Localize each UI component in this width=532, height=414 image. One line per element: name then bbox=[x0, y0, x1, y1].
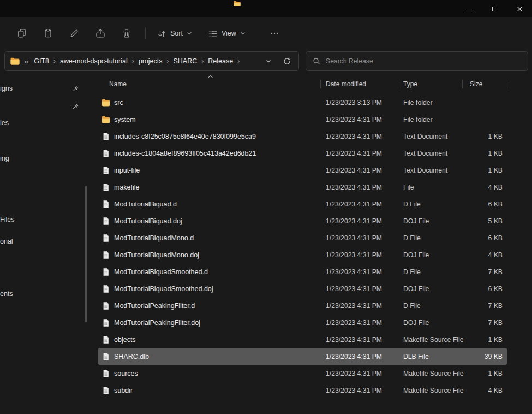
search-box[interactable] bbox=[306, 51, 528, 71]
file-row[interactable]: ModTutorialBiquadSmoothed.d 1/23/2023 4:… bbox=[98, 263, 507, 280]
file-name-cell: objects bbox=[98, 335, 320, 344]
maximize-button[interactable] bbox=[482, 0, 507, 17]
sidebar-item[interactable] bbox=[0, 99, 92, 113]
file-row[interactable]: src 1/23/2023 3:13 PM File folder bbox=[98, 94, 507, 111]
sidebar-item[interactable]: Files bbox=[0, 213, 92, 226]
file-size: 4 KB bbox=[462, 184, 507, 191]
breadcrumb-item[interactable]: awe-mod-dspc-tutorial bbox=[56, 57, 131, 65]
breadcrumb: GIT8 › awe-mod-dspc-tutorial › projects … bbox=[30, 57, 240, 65]
file-row[interactable]: includes-c8f25c0875e8f64e40e7830f099e5ca… bbox=[98, 128, 507, 145]
file-row[interactable]: system 1/23/2023 4:31 PM File folder bbox=[98, 111, 507, 128]
sort-icon bbox=[157, 29, 166, 38]
breadcrumb-item[interactable]: GIT8 bbox=[30, 57, 53, 65]
breadcrumb-overflow-icon[interactable]: « bbox=[25, 57, 28, 66]
file-size: 7 KB bbox=[462, 319, 507, 327]
file-name-cell: src bbox=[98, 98, 320, 107]
file-row[interactable]: objects 1/23/2023 4:31 PM Makefile Sourc… bbox=[98, 331, 507, 348]
file-name-cell: SHARC.dlb bbox=[98, 352, 320, 361]
sidebar-item-label: igns bbox=[0, 85, 13, 92]
file-name-cell: includes-c8f25c0875e8f64e40e7830f099e5ca… bbox=[98, 132, 320, 141]
file-type: D File bbox=[399, 234, 462, 242]
file-type: File folder bbox=[399, 99, 462, 107]
file-type-icon bbox=[101, 217, 110, 226]
breadcrumb-item[interactable]: projects bbox=[135, 57, 166, 65]
file-row[interactable]: subdir 1/23/2023 4:31 PM Makefile Source… bbox=[98, 382, 507, 399]
file-date-modified: 1/23/2023 4:31 PM bbox=[320, 150, 399, 157]
sidebar-item[interactable]: les bbox=[0, 116, 92, 129]
file-name-cell: system bbox=[98, 115, 320, 124]
chevron-down-icon bbox=[240, 31, 246, 36]
close-button[interactable] bbox=[507, 0, 532, 17]
file-type-icon bbox=[101, 149, 110, 158]
column-header-date-modified[interactable]: Date modified bbox=[326, 76, 366, 92]
sidebar-item[interactable]: igns bbox=[0, 82, 92, 95]
sidebar-item[interactable]: onal bbox=[0, 235, 92, 248]
file-name-cell: ModTutorialBiquadMono.d bbox=[98, 234, 320, 243]
location-folder-icon[interactable] bbox=[10, 57, 20, 65]
file-row[interactable]: makefile 1/23/2023 4:31 PM File 4 KB bbox=[98, 179, 507, 196]
file-date-modified: 1/23/2023 4:31 PM bbox=[320, 319, 399, 327]
file-type: D File bbox=[399, 302, 462, 310]
more-options-button[interactable] bbox=[265, 24, 284, 43]
file-row[interactable]: ModTutorialBiquad.d 1/23/2023 4:31 PM D … bbox=[98, 196, 507, 212]
file-row[interactable]: ModTutorialBiquadMono.doj 1/23/2023 4:31… bbox=[98, 246, 507, 263]
file-row[interactable]: ModTutorialBiquadSmoothed.doj 1/23/2023 … bbox=[98, 280, 507, 297]
breadcrumb-item[interactable]: SHARC bbox=[169, 57, 201, 65]
file-size: 6 KB bbox=[462, 234, 507, 242]
file-type: File bbox=[399, 184, 462, 191]
file-row[interactable]: SHARC.dlb 1/23/2023 4:31 PM DLB File 39 … bbox=[98, 348, 507, 365]
file-type: DLB File bbox=[399, 353, 462, 360]
file-date-modified: 1/23/2023 4:31 PM bbox=[320, 167, 399, 174]
share-button[interactable] bbox=[91, 24, 110, 43]
maximize-icon bbox=[492, 7, 497, 11]
rename-button[interactable] bbox=[64, 24, 84, 43]
copy-button[interactable] bbox=[12, 24, 32, 43]
address-bar[interactable]: « GIT8 › awe-mod-dspc-tutorial › project… bbox=[4, 51, 299, 71]
search-input[interactable] bbox=[326, 57, 521, 65]
file-type: Makefile Source File bbox=[399, 387, 462, 394]
file-type: Makefile Source File bbox=[399, 336, 462, 344]
file-row[interactable]: includes-c1804a8ef89693ff05c413a42ed6db2… bbox=[98, 145, 507, 162]
file-date-modified: 1/23/2023 4:31 PM bbox=[320, 234, 399, 242]
file-date-modified: 1/23/2023 4:31 PM bbox=[320, 387, 399, 394]
title-bar bbox=[0, 0, 532, 17]
file-name: ModTutorialBiquadSmoothed.d bbox=[114, 268, 208, 276]
sidebar-item[interactable]: ents bbox=[0, 287, 92, 300]
file-row[interactable]: ModTutorialBiquad.doj 1/23/2023 4:31 PM … bbox=[98, 212, 507, 229]
file-row[interactable]: sources 1/23/2023 4:31 PM Makefile Sourc… bbox=[98, 365, 507, 382]
address-dropdown-icon[interactable] bbox=[266, 58, 271, 64]
breadcrumb-item[interactable]: Release bbox=[204, 57, 237, 65]
file-type-icon bbox=[101, 352, 110, 361]
file-size: 1 KB bbox=[462, 133, 507, 140]
file-size: 1 KB bbox=[462, 150, 507, 157]
file-date-modified: 1/23/2023 4:31 PM bbox=[320, 268, 399, 276]
file-name: SHARC.dlb bbox=[114, 353, 149, 360]
sort-button[interactable]: Sort bbox=[152, 24, 197, 43]
view-button[interactable]: View bbox=[204, 24, 250, 43]
breadcrumb-separator-icon[interactable]: › bbox=[237, 57, 240, 65]
file-name: ModTutorialPeakingFilter.d bbox=[114, 302, 195, 310]
refresh-icon[interactable] bbox=[283, 57, 291, 65]
minimize-button[interactable] bbox=[457, 0, 482, 17]
navigation-pane: igns les ing bbox=[0, 72, 92, 414]
column-header-size[interactable]: Size bbox=[470, 76, 482, 92]
sidebar-scrollbar[interactable] bbox=[85, 186, 87, 322]
column-header-name[interactable]: Name bbox=[109, 76, 127, 92]
file-date-modified: 1/23/2023 4:31 PM bbox=[320, 251, 399, 259]
pin-icon bbox=[73, 86, 79, 92]
file-size: 39 KB bbox=[462, 353, 507, 360]
file-type: Text Document bbox=[399, 150, 462, 157]
sidebar-item[interactable]: ing bbox=[0, 152, 92, 165]
file-date-modified: 1/23/2023 4:31 PM bbox=[320, 336, 399, 344]
file-name: src bbox=[114, 99, 123, 107]
file-row[interactable]: input-file 1/23/2023 4:31 PM Text Docume… bbox=[98, 162, 507, 179]
column-header-type[interactable]: Type bbox=[403, 76, 417, 92]
file-name-cell: ModTutorialPeakingFilter.d bbox=[98, 301, 320, 310]
file-row[interactable]: ModTutorialPeakingFilter.d 1/23/2023 4:3… bbox=[98, 297, 507, 314]
file-row[interactable]: ModTutorialBiquadMono.d 1/23/2023 4:31 P… bbox=[98, 229, 507, 246]
delete-button[interactable] bbox=[117, 24, 136, 43]
file-size: 7 KB bbox=[462, 268, 507, 276]
file-date-modified: 1/23/2023 4:31 PM bbox=[320, 302, 399, 310]
file-row[interactable]: ModTutorialPeakingFilter.doj 1/23/2023 4… bbox=[98, 314, 507, 331]
paste-button[interactable] bbox=[38, 24, 58, 43]
